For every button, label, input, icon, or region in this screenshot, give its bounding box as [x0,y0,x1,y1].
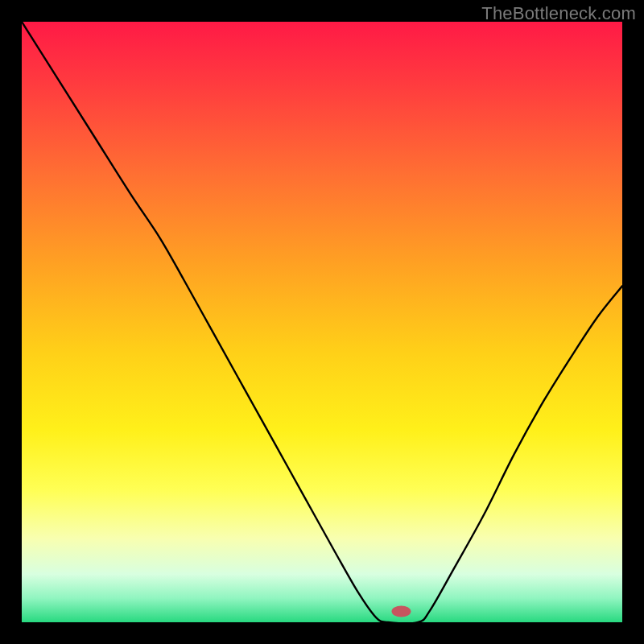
optimal-point-marker [391,606,411,617]
bottleneck-plot [22,22,622,622]
chart-frame: TheBottleneck.com [0,0,644,644]
gradient-background [22,22,622,622]
